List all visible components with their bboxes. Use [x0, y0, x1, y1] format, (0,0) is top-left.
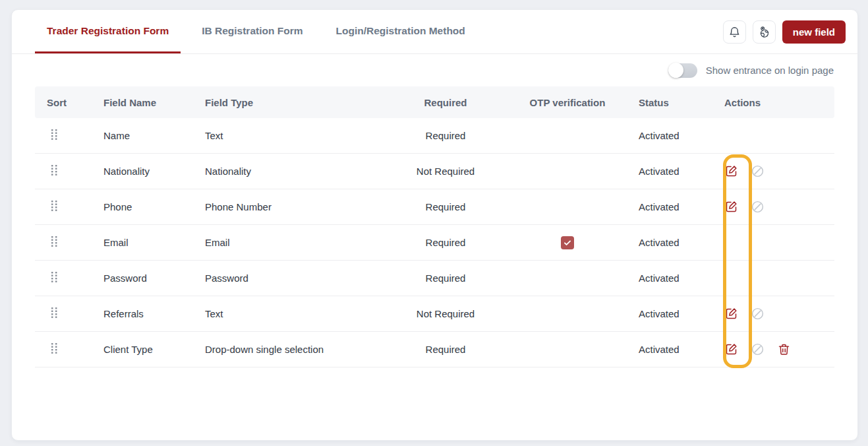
- required-cell: Required: [370, 272, 521, 284]
- col-header-field-type: Field Type: [195, 97, 370, 108]
- tab-trader-registration-form[interactable]: Trader Registration Form: [35, 10, 181, 53]
- drag-handle-icon[interactable]: [51, 236, 58, 247]
- table-row: Name Text Required Activated: [35, 118, 834, 154]
- drag-handle-icon[interactable]: [51, 307, 58, 319]
- table-row: Email Email Required Activated: [35, 225, 834, 261]
- actions-cell: [707, 200, 834, 214]
- status-cell: Activated: [614, 166, 707, 177]
- sort-cell: [35, 200, 93, 214]
- notifications-button[interactable]: [723, 20, 746, 44]
- otp-checkbox[interactable]: [561, 236, 574, 249]
- required-cell: Not Required: [370, 166, 521, 177]
- status-cell: Activated: [614, 272, 707, 284]
- tab-label: IB Registration Form: [202, 25, 303, 37]
- toolbar-actions: new field: [723, 10, 846, 53]
- settings-card: Trader Registration Form IB Registration…: [11, 9, 858, 441]
- new-field-button[interactable]: new field: [782, 20, 846, 44]
- bell-icon: [728, 26, 741, 38]
- disable-icon[interactable]: [751, 164, 765, 178]
- col-header-field-name: Field Name: [93, 97, 195, 108]
- drag-handle-icon[interactable]: [51, 164, 58, 176]
- field-name-cell: Nationality: [93, 166, 195, 177]
- otp-cell: [521, 236, 614, 249]
- disable-icon[interactable]: [751, 307, 765, 321]
- sort-cell: [35, 129, 93, 143]
- actions-cell: [707, 342, 834, 356]
- tab-ib-registration-form[interactable]: IB Registration Form: [190, 10, 314, 53]
- sort-cell: [35, 342, 93, 356]
- disable-icon[interactable]: [751, 342, 765, 356]
- status-cell: Activated: [614, 130, 707, 141]
- table-row: Password Password Required Activated: [35, 261, 834, 296]
- col-header-sort: Sort: [35, 97, 93, 108]
- field-type-cell: Email: [195, 237, 370, 248]
- col-header-otp-verification: OTP verification: [521, 97, 614, 108]
- disable-icon[interactable]: [751, 200, 765, 214]
- field-name-cell: Client Type: [93, 344, 195, 355]
- show-entrance-toggle[interactable]: [668, 63, 697, 78]
- field-type-cell: Text: [195, 130, 370, 141]
- drag-handle-icon[interactable]: [51, 129, 58, 141]
- col-header-status: Status: [614, 97, 707, 108]
- col-header-required: Required: [370, 97, 521, 108]
- field-name-cell: Phone: [93, 201, 195, 212]
- tab-bar: Trader Registration Form IB Registration…: [12, 10, 857, 54]
- sort-cell: [35, 164, 93, 178]
- status-cell: Activated: [614, 344, 707, 355]
- table-body: Name Text Required Activated: [35, 118, 834, 367]
- drag-handle-icon[interactable]: [51, 200, 58, 212]
- table-row: Client Type Drop-down single selection R…: [35, 332, 834, 367]
- edit-icon[interactable]: [724, 164, 738, 178]
- field-name-cell: Email: [93, 237, 195, 248]
- required-cell: Not Required: [370, 308, 521, 319]
- table-row: Phone Phone Number Required Activated: [35, 189, 834, 225]
- table-header: Sort Field Name Field Type Required OTP …: [35, 86, 834, 118]
- field-type-cell: Nationality: [195, 166, 370, 177]
- status-cell: Activated: [614, 237, 707, 248]
- field-name-cell: Name: [93, 130, 195, 141]
- required-cell: Required: [370, 237, 521, 248]
- language-region-button[interactable]: [753, 20, 776, 44]
- status-cell: Activated: [614, 308, 707, 319]
- tab-label: Login/Registration Method: [335, 25, 465, 37]
- actions-cell: [707, 164, 834, 178]
- toggle-row: Show entrance on login page: [12, 54, 857, 86]
- tab-label: Trader Registration Form: [47, 25, 169, 37]
- required-cell: Required: [370, 344, 521, 355]
- edit-icon[interactable]: [724, 200, 738, 214]
- drag-handle-icon[interactable]: [51, 271, 58, 283]
- status-cell: Activated: [614, 201, 707, 212]
- sort-cell: [35, 271, 93, 285]
- required-cell: Required: [370, 130, 521, 141]
- toggle-knob: [668, 63, 683, 78]
- tab-login-registration-method[interactable]: Login/Registration Method: [324, 10, 477, 53]
- field-type-cell: Drop-down single selection: [195, 344, 370, 355]
- edit-icon[interactable]: [724, 342, 738, 356]
- delete-icon[interactable]: [777, 342, 791, 356]
- toggle-label: Show entrance on login page: [706, 65, 834, 76]
- sort-cell: [35, 307, 93, 321]
- fields-table: Sort Field Name Field Type Required OTP …: [35, 86, 834, 367]
- drag-handle-icon[interactable]: [51, 342, 58, 354]
- field-name-cell: Password: [93, 272, 195, 284]
- field-type-cell: Text: [195, 308, 370, 319]
- col-header-actions: Actions: [707, 97, 834, 108]
- tabs: Trader Registration Form IB Registration…: [35, 10, 486, 53]
- required-cell: Required: [370, 201, 521, 212]
- table-row: Referrals Text Not Required Activated: [35, 296, 834, 332]
- field-type-cell: Password: [195, 272, 370, 284]
- sort-cell: [35, 236, 93, 249]
- field-type-cell: Phone Number: [195, 201, 370, 212]
- field-name-cell: Referrals: [93, 308, 195, 319]
- actions-cell: [707, 307, 834, 321]
- edit-icon[interactable]: [724, 307, 738, 321]
- globe-pin-icon: [758, 26, 770, 38]
- table-row: Nationality Nationality Not Required Act…: [35, 154, 834, 189]
